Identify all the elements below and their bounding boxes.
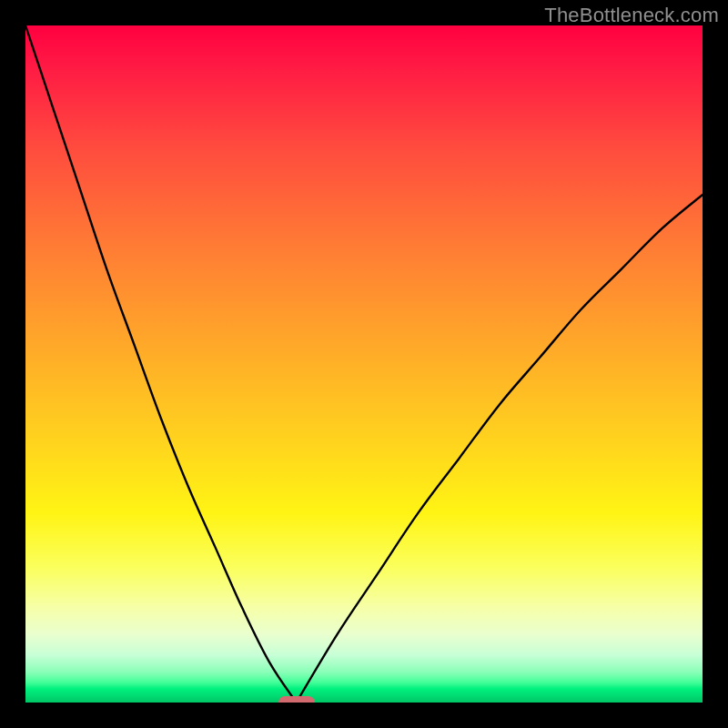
chart-frame: TheBottleneck.com (0, 0, 728, 728)
curve-right-arm (297, 195, 703, 703)
curve-left-arm (25, 25, 297, 703)
watermark-text: TheBottleneck.com (544, 4, 719, 27)
plot-area (25, 25, 703, 703)
bottleneck-curves (25, 25, 703, 703)
bottleneck-marker (278, 696, 315, 703)
